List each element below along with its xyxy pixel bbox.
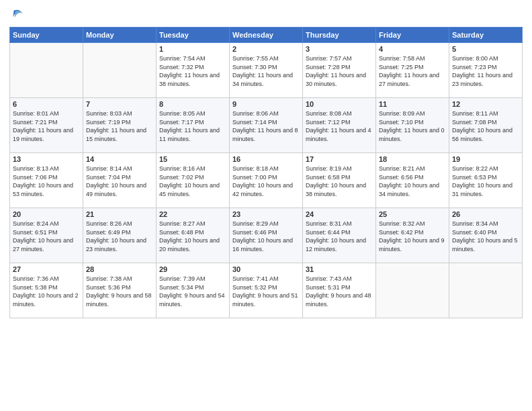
header: [9, 7, 523, 21]
calendar-cell: 2Sunrise: 7:55 AM Sunset: 7:30 PM Daylig…: [230, 43, 303, 98]
calendar-cell: 13Sunrise: 8:13 AM Sunset: 7:06 PM Dayli…: [10, 153, 83, 208]
calendar-cell: 29Sunrise: 7:39 AM Sunset: 5:34 PM Dayli…: [157, 263, 230, 318]
day-content: Sunrise: 8:21 AM Sunset: 6:56 PM Dayligh…: [379, 165, 446, 198]
day-number: 21: [86, 210, 153, 218]
calendar-cell: 26Sunrise: 8:34 AM Sunset: 6:40 PM Dayli…: [449, 208, 523, 263]
calendar-cell: 14Sunrise: 8:14 AM Sunset: 7:04 PM Dayli…: [83, 153, 157, 208]
day-number: 9: [232, 100, 300, 108]
calendar-cell: 12Sunrise: 8:11 AM Sunset: 7:08 PM Dayli…: [449, 98, 523, 153]
calendar-cell: 19Sunrise: 8:22 AM Sunset: 6:53 PM Dayli…: [449, 153, 523, 208]
day-content: Sunrise: 8:14 AM Sunset: 7:04 PM Dayligh…: [86, 165, 153, 198]
week-row-3: 13Sunrise: 8:13 AM Sunset: 7:06 PM Dayli…: [10, 153, 523, 208]
day-number: 26: [452, 210, 519, 218]
day-number: 8: [159, 100, 226, 108]
day-number: 19: [452, 155, 519, 163]
day-number: 13: [13, 155, 80, 163]
day-number: 7: [86, 100, 153, 108]
day-content: Sunrise: 8:27 AM Sunset: 6:48 PM Dayligh…: [159, 220, 226, 253]
day-number: 31: [306, 265, 373, 273]
day-content: Sunrise: 8:05 AM Sunset: 7:17 PM Dayligh…: [159, 109, 226, 143]
weekday-header-row: SundayMondayTuesdayWednesdayThursdayFrid…: [10, 28, 523, 43]
calendar-cell: 20Sunrise: 8:24 AM Sunset: 6:51 PM Dayli…: [10, 208, 83, 263]
day-content: Sunrise: 8:34 AM Sunset: 6:40 PM Dayligh…: [452, 220, 519, 253]
calendar-cell: 28Sunrise: 7:38 AM Sunset: 5:36 PM Dayli…: [83, 263, 157, 318]
calendar-cell: 11Sunrise: 8:09 AM Sunset: 7:10 PM Dayli…: [376, 98, 449, 153]
day-content: Sunrise: 8:22 AM Sunset: 6:53 PM Dayligh…: [452, 165, 519, 198]
calendar-cell: 17Sunrise: 8:19 AM Sunset: 6:58 PM Dayli…: [303, 153, 376, 208]
day-number: 18: [379, 155, 446, 163]
day-number: 4: [379, 45, 446, 53]
calendar-cell: 30Sunrise: 7:41 AM Sunset: 5:32 PM Dayli…: [230, 263, 303, 318]
week-row-4: 20Sunrise: 8:24 AM Sunset: 6:51 PM Dayli…: [10, 208, 523, 263]
day-content: Sunrise: 7:54 AM Sunset: 7:32 PM Dayligh…: [159, 54, 226, 88]
day-content: Sunrise: 7:38 AM Sunset: 5:36 PM Dayligh…: [86, 275, 153, 308]
calendar-cell: 22Sunrise: 8:27 AM Sunset: 6:48 PM Dayli…: [157, 208, 230, 263]
calendar-cell: [83, 43, 157, 98]
day-number: 3: [306, 45, 373, 53]
calendar-cell: 23Sunrise: 8:29 AM Sunset: 6:46 PM Dayli…: [230, 208, 303, 263]
day-content: Sunrise: 7:43 AM Sunset: 5:31 PM Dayligh…: [306, 275, 373, 308]
calendar-cell: 3Sunrise: 7:57 AM Sunset: 7:28 PM Daylig…: [303, 43, 376, 98]
day-content: Sunrise: 7:58 AM Sunset: 7:25 PM Dayligh…: [379, 54, 446, 88]
day-number: 1: [159, 45, 226, 53]
day-number: 30: [232, 265, 300, 273]
day-number: 15: [159, 155, 226, 163]
calendar-cell: 10Sunrise: 8:08 AM Sunset: 7:12 PM Dayli…: [303, 98, 376, 153]
weekday-tuesday: Tuesday: [157, 28, 230, 43]
day-content: Sunrise: 8:16 AM Sunset: 7:02 PM Dayligh…: [159, 165, 226, 198]
day-number: 10: [306, 100, 373, 108]
calendar-cell: 1Sunrise: 7:54 AM Sunset: 7:32 PM Daylig…: [157, 43, 230, 98]
calendar-table: SundayMondayTuesdayWednesdayThursdayFrid…: [9, 27, 523, 318]
day-number: 5: [452, 45, 519, 53]
day-content: Sunrise: 8:00 AM Sunset: 7:23 PM Dayligh…: [452, 54, 519, 88]
calendar-cell: [376, 263, 449, 318]
day-number: 24: [306, 210, 373, 218]
calendar-cell: 8Sunrise: 8:05 AM Sunset: 7:17 PM Daylig…: [157, 98, 230, 153]
day-number: 20: [13, 210, 80, 218]
calendar-cell: [449, 263, 523, 318]
day-content: Sunrise: 8:13 AM Sunset: 7:06 PM Dayligh…: [13, 165, 80, 198]
day-number: 14: [86, 155, 153, 163]
day-content: Sunrise: 8:01 AM Sunset: 7:21 PM Dayligh…: [13, 109, 80, 143]
calendar-cell: 6Sunrise: 8:01 AM Sunset: 7:21 PM Daylig…: [10, 98, 83, 153]
page: SundayMondayTuesdayWednesdayThursdayFrid…: [0, 0, 532, 411]
day-number: 29: [159, 265, 226, 273]
calendar-cell: 4Sunrise: 7:58 AM Sunset: 7:25 PM Daylig…: [376, 43, 449, 98]
weekday-saturday: Saturday: [449, 28, 523, 43]
calendar-cell: 21Sunrise: 8:26 AM Sunset: 6:49 PM Dayli…: [83, 208, 157, 263]
week-row-5: 27Sunrise: 7:36 AM Sunset: 5:38 PM Dayli…: [10, 263, 523, 318]
day-content: Sunrise: 7:55 AM Sunset: 7:30 PM Dayligh…: [232, 54, 300, 88]
day-content: Sunrise: 7:39 AM Sunset: 5:34 PM Dayligh…: [159, 275, 226, 308]
logo-icon: [9, 7, 24, 21]
day-content: Sunrise: 8:09 AM Sunset: 7:10 PM Dayligh…: [379, 109, 446, 143]
day-number: 6: [13, 100, 80, 108]
week-row-1: 1Sunrise: 7:54 AM Sunset: 7:32 PM Daylig…: [10, 43, 523, 98]
calendar-cell: 24Sunrise: 8:31 AM Sunset: 6:44 PM Dayli…: [303, 208, 376, 263]
calendar-cell: 16Sunrise: 8:18 AM Sunset: 7:00 PM Dayli…: [230, 153, 303, 208]
day-number: 2: [232, 45, 300, 53]
day-content: Sunrise: 8:26 AM Sunset: 6:49 PM Dayligh…: [86, 220, 153, 253]
logo: [9, 7, 27, 21]
day-number: 12: [452, 100, 519, 108]
day-number: 11: [379, 100, 446, 108]
day-content: Sunrise: 8:29 AM Sunset: 6:46 PM Dayligh…: [232, 220, 300, 253]
day-content: Sunrise: 8:03 AM Sunset: 7:19 PM Dayligh…: [86, 109, 153, 143]
day-content: Sunrise: 8:24 AM Sunset: 6:51 PM Dayligh…: [13, 220, 80, 253]
day-content: Sunrise: 7:36 AM Sunset: 5:38 PM Dayligh…: [13, 275, 80, 308]
day-number: 16: [232, 155, 300, 163]
day-content: Sunrise: 8:11 AM Sunset: 7:08 PM Dayligh…: [452, 109, 519, 143]
day-content: Sunrise: 8:31 AM Sunset: 6:44 PM Dayligh…: [306, 220, 373, 253]
calendar-cell: 5Sunrise: 8:00 AM Sunset: 7:23 PM Daylig…: [449, 43, 523, 98]
day-number: 27: [13, 265, 80, 273]
weekday-sunday: Sunday: [10, 28, 83, 43]
day-content: Sunrise: 7:57 AM Sunset: 7:28 PM Dayligh…: [306, 54, 373, 88]
week-row-2: 6Sunrise: 8:01 AM Sunset: 7:21 PM Daylig…: [10, 98, 523, 153]
calendar-cell: 31Sunrise: 7:43 AM Sunset: 5:31 PM Dayli…: [303, 263, 376, 318]
calendar-cell: 25Sunrise: 8:32 AM Sunset: 6:42 PM Dayli…: [376, 208, 449, 263]
day-number: 23: [232, 210, 300, 218]
day-number: 28: [86, 265, 153, 273]
day-content: Sunrise: 8:32 AM Sunset: 6:42 PM Dayligh…: [379, 220, 446, 253]
day-content: Sunrise: 8:08 AM Sunset: 7:12 PM Dayligh…: [306, 109, 373, 143]
calendar-cell: 7Sunrise: 8:03 AM Sunset: 7:19 PM Daylig…: [83, 98, 157, 153]
calendar-cell: 18Sunrise: 8:21 AM Sunset: 6:56 PM Dayli…: [376, 153, 449, 208]
